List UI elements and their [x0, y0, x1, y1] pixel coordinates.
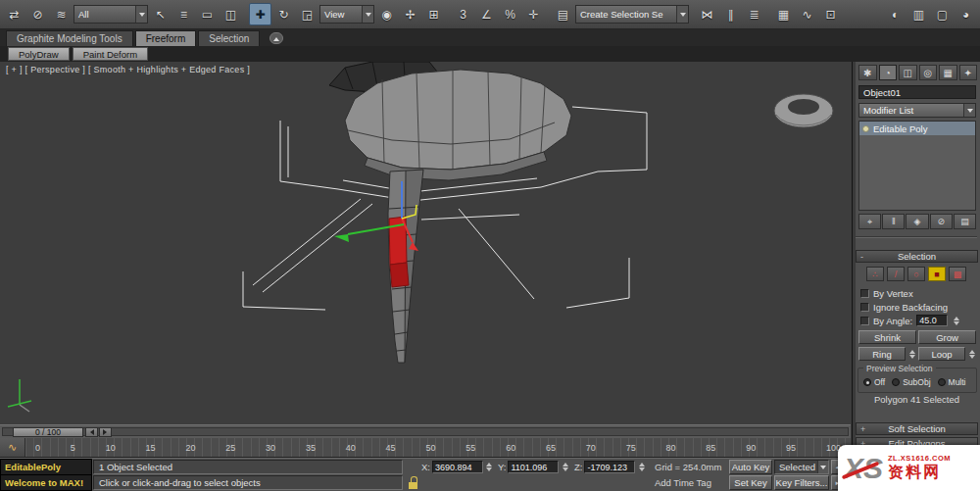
z-value-field[interactable]: -1709.123	[584, 461, 635, 473]
bind-to-spacewarp-icon[interactable]: ≋	[50, 3, 73, 25]
select-and-scale-icon[interactable]: ◲	[296, 3, 318, 25]
unlink-selection-icon[interactable]: ⊘	[26, 3, 49, 25]
angle-spinner[interactable]	[952, 314, 960, 328]
edit-named-selection-sets-icon[interactable]: ▤	[552, 3, 574, 25]
y-value-field[interactable]: 1101.096	[508, 461, 559, 473]
ignore-backfacing-checkbox[interactable]: Ignore Backfacing	[860, 301, 948, 313]
key-filters-button[interactable]: Key Filters...	[774, 475, 829, 490]
x-spinner[interactable]	[485, 460, 494, 474]
modifier-list-dropdown[interactable]: Modifier List	[858, 103, 976, 118]
border-subobject-icon[interactable]: ○	[907, 267, 925, 281]
time-slider-track[interactable]: 0 / 100	[0, 424, 851, 438]
mirror-icon[interactable]: ⋈	[696, 3, 718, 25]
keyboard-override-icon[interactable]: ⊞	[422, 3, 445, 25]
viewport-label[interactable]: [ + ] [ Perspective ] [ Smooth + Highlig…	[6, 65, 250, 74]
by-angle-checkbox[interactable]: By Angle: 45.0	[860, 315, 960, 326]
seat-cushion[interactable]	[345, 70, 571, 180]
select-and-link-icon[interactable]: ⇄	[3, 3, 25, 25]
torus-object[interactable]	[774, 94, 833, 127]
by-vertex-checkbox[interactable]: By Vertex	[860, 287, 913, 299]
add-time-tag-label[interactable]: Add Time Tag	[655, 475, 711, 490]
render-production-icon[interactable]: ◕	[955, 3, 977, 25]
tab-selection[interactable]: Selection	[198, 30, 260, 46]
vertex-subobject-icon[interactable]: ∴	[866, 267, 884, 281]
polygon-subobject-icon[interactable]: ■	[928, 267, 946, 281]
x-value-field[interactable]: 3690.894	[432, 461, 483, 473]
selection-rollout-header[interactable]: - Selection	[856, 250, 978, 263]
angle-value-field[interactable]: 45.0	[916, 315, 948, 326]
window-crossing-toggle-icon[interactable]: ◫	[220, 3, 242, 25]
ring-spinner[interactable]	[907, 347, 916, 361]
material-editor-icon[interactable]: ◐	[884, 3, 906, 25]
tab-freeform[interactable]: Freeform	[135, 30, 197, 46]
previous-frame-arrow[interactable]	[85, 427, 98, 437]
edge-subobject-icon[interactable]: /	[887, 267, 905, 281]
shrink-button[interactable]: Shrink	[858, 330, 916, 344]
radio-subobj[interactable]	[892, 378, 900, 386]
use-pivot-center-icon[interactable]: ◉	[375, 3, 398, 25]
next-frame-arrow[interactable]	[99, 427, 112, 437]
hierarchy-tab-icon[interactable]: ◫	[899, 65, 917, 80]
select-by-name-icon[interactable]: ≡	[172, 3, 195, 25]
percent-snap-icon[interactable]: %	[499, 3, 521, 25]
remove-modifier-icon[interactable]: ⊘	[930, 214, 953, 229]
select-and-rotate-icon[interactable]: ↻	[272, 3, 295, 25]
make-unique-icon[interactable]: ◈	[906, 214, 928, 229]
select-and-move-icon[interactable]: ✚	[249, 3, 271, 25]
named-selection-set-dropdown[interactable]: Create Selection Se	[575, 5, 689, 24]
create-tab-icon[interactable]: ✱	[858, 65, 877, 80]
selection-lock-icon[interactable]	[409, 476, 419, 489]
frame-ruler[interactable]: 0510152025303540455055606570758085909510…	[25, 438, 851, 457]
soft-selection-rollout-header[interactable]: + Soft Selection	[856, 422, 978, 435]
render-setup-icon[interactable]: ▥	[907, 3, 930, 25]
motion-tab-icon[interactable]: ◎	[919, 65, 938, 80]
maxscript-listener-line2[interactable]: Welcome to MAX!	[0, 474, 92, 491]
track-bar[interactable]: ∿ 05101520253035404550556065707580859095…	[0, 438, 851, 458]
table-leg[interactable]	[388, 170, 423, 363]
grow-button[interactable]: Grow	[918, 330, 976, 344]
tab-graphite-modeling-tools[interactable]: Graphite Modeling Tools	[6, 30, 133, 46]
modify-tab-icon[interactable]: ◔	[879, 65, 898, 80]
rectangular-selection-region-icon[interactable]: ▭	[196, 3, 219, 25]
loop-spinner[interactable]	[967, 347, 976, 361]
y-spinner[interactable]	[561, 460, 569, 474]
auto-key-button[interactable]: Auto Key	[729, 460, 772, 474]
rendered-frame-window-icon[interactable]: ▢	[931, 3, 954, 25]
z-spinner[interactable]	[637, 460, 646, 474]
layer-manager-icon[interactable]: ≣	[743, 3, 765, 25]
graphite-ribbon-toggle-icon[interactable]: ▦	[772, 3, 795, 25]
element-subobject-icon[interactable]: ▩	[949, 267, 966, 281]
selected-set-dropdown[interactable]: Selected	[774, 460, 829, 474]
configure-modifier-sets-icon[interactable]: ▤	[954, 214, 976, 229]
show-end-result-icon[interactable]: ‖	[882, 214, 905, 229]
panel-polydraw[interactable]: PolyDraw	[8, 47, 70, 61]
set-key-button[interactable]: Set Key	[729, 475, 772, 490]
display-tab-icon[interactable]: ▦	[939, 65, 957, 80]
curve-editor-icon[interactable]: ∿	[796, 3, 818, 25]
time-slider-button[interactable]: 0 / 100	[13, 427, 83, 437]
radio-multi[interactable]	[938, 378, 946, 386]
loop-button[interactable]: Loop	[918, 347, 965, 361]
reference-coordinate-dropdown[interactable]: View	[319, 5, 374, 24]
modifier-stack[interactable]: Editable Poly	[858, 121, 976, 211]
select-object-icon[interactable]: ↖	[149, 3, 172, 25]
radio-off[interactable]	[863, 378, 871, 386]
schematic-view-icon[interactable]: ⊡	[819, 3, 842, 25]
ring-button[interactable]: Ring	[858, 347, 906, 361]
selected-polygon[interactable]	[390, 263, 409, 287]
perspective-viewport[interactable]: [ + ] [ Perspective ] [ Smooth + Highlig…	[0, 62, 851, 424]
maxscript-listener-line1[interactable]: EditablePoly	[0, 459, 92, 475]
scene-canvas[interactable]	[0, 62, 851, 424]
pin-stack-icon[interactable]: ⌖	[858, 214, 881, 229]
gizmo-y-arrowhead[interactable]	[334, 234, 349, 242]
utilities-tab-icon[interactable]: ✦	[959, 65, 978, 80]
selection-filter-dropdown[interactable]: All	[74, 5, 148, 24]
align-icon[interactable]: ∥	[719, 3, 742, 25]
spinner-snap-icon[interactable]: ✛	[522, 3, 545, 25]
select-and-manipulate-icon[interactable]: ✢	[399, 3, 421, 25]
object-name-field[interactable]: Object01	[858, 85, 976, 99]
panel-paint-deform[interactable]: Paint Deform	[73, 47, 148, 61]
stack-item-editable-poly[interactable]: Editable Poly	[859, 122, 975, 135]
time-slider-channel[interactable]	[2, 427, 849, 436]
snap-toggle-3d-icon[interactable]: 3	[452, 3, 474, 25]
